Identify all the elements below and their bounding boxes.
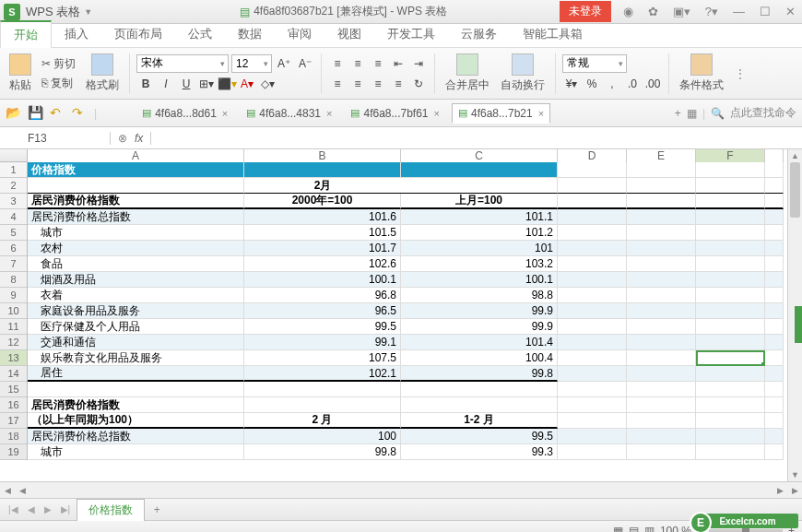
- col-header-b[interactable]: B: [244, 149, 401, 162]
- tab-start[interactable]: 开始: [0, 20, 52, 48]
- file-tab-1[interactable]: ▤4f6a8...4831×: [240, 103, 338, 124]
- border-button[interactable]: ⊞▾: [197, 75, 216, 93]
- indent-dec-icon[interactable]: ⇤: [389, 54, 407, 73]
- add-tab-icon[interactable]: +: [675, 107, 681, 120]
- tab-insert[interactable]: 插入: [52, 21, 101, 47]
- zoom-slider[interactable]: [709, 529, 783, 533]
- close-icon[interactable]: ×: [326, 108, 332, 119]
- paste-button[interactable]: 粘贴: [6, 52, 35, 95]
- settings-icon[interactable]: ✿: [645, 5, 661, 18]
- align-mid-icon[interactable]: ≡: [348, 54, 367, 73]
- orientation-icon[interactable]: ↻: [409, 75, 428, 93]
- percent-icon[interactable]: %: [583, 75, 601, 93]
- col-header-e[interactable]: E: [627, 149, 696, 162]
- format-painter-button[interactable]: 格式刷: [82, 52, 123, 95]
- zoom-level[interactable]: 100 %: [660, 525, 691, 533]
- close-icon[interactable]: ×: [434, 108, 440, 119]
- sheet-nav-next-icon[interactable]: ▶: [41, 504, 54, 514]
- cut-button[interactable]: ✂剪切: [39, 55, 78, 73]
- search-input[interactable]: 点此查找命令: [730, 105, 796, 121]
- tab-dev[interactable]: 开发工具: [374, 21, 448, 47]
- side-panel-handle[interactable]: [795, 306, 802, 343]
- close-icon[interactable]: ×: [222, 108, 228, 119]
- select-all-corner[interactable]: [0, 149, 28, 162]
- col-header-c[interactable]: C: [401, 149, 558, 162]
- cell-reference[interactable]: F13: [0, 132, 111, 145]
- view-page-icon[interactable]: ▤: [629, 525, 639, 533]
- align-bot-icon[interactable]: ≡: [369, 54, 387, 73]
- tab-layout[interactable]: 页面布局: [101, 21, 175, 47]
- login-button[interactable]: 未登录: [560, 1, 611, 22]
- align-center-icon[interactable]: ≡: [348, 75, 367, 93]
- cancel-icon[interactable]: ⊗: [118, 132, 127, 145]
- minimize-icon[interactable]: —: [730, 5, 748, 18]
- tab-smart[interactable]: 智能工具箱: [510, 21, 596, 47]
- fx-icon[interactable]: fx: [135, 132, 143, 145]
- col-header-g[interactable]: [765, 149, 784, 162]
- file-tab-3[interactable]: ▤4f6a8...7b21×: [452, 103, 550, 124]
- tab-formula[interactable]: 公式: [175, 21, 225, 47]
- save-icon[interactable]: 💾: [28, 105, 44, 122]
- redo-icon[interactable]: ↷: [72, 105, 88, 122]
- tab-data[interactable]: 数据: [225, 21, 275, 47]
- more-icon[interactable]: ⋮: [735, 67, 746, 80]
- sheet-nav-first-icon[interactable]: |◀: [6, 504, 21, 514]
- copy-button[interactable]: ⎘复制: [39, 75, 78, 92]
- help-icon[interactable]: ▣▾: [670, 5, 693, 18]
- scroll-down-icon[interactable]: ▼: [788, 468, 802, 481]
- tab-view[interactable]: 视图: [324, 21, 374, 47]
- chevron-down-icon[interactable]: ▼: [84, 7, 92, 17]
- number-format-select[interactable]: 常规: [562, 54, 627, 73]
- italic-button[interactable]: I: [157, 75, 175, 93]
- close-icon[interactable]: ×: [538, 108, 544, 119]
- align-left-icon[interactable]: ≡: [328, 75, 347, 93]
- align-justify-icon[interactable]: ≡: [389, 75, 407, 93]
- question-icon[interactable]: ?▾: [702, 5, 721, 18]
- align-top-icon[interactable]: ≡: [328, 54, 347, 73]
- file-tab-2[interactable]: ▤4f6a8...7bf61×: [344, 103, 446, 124]
- col-header-a[interactable]: A: [28, 149, 244, 162]
- clear-format-button[interactable]: ◇▾: [258, 75, 277, 93]
- scroll-right2-icon[interactable]: ▶: [787, 482, 802, 498]
- sheet-tab-active[interactable]: 价格指数: [77, 499, 145, 521]
- font-size-select[interactable]: 12: [231, 54, 272, 73]
- fill-color-button[interactable]: ⬛▾: [218, 75, 236, 93]
- view-normal-icon[interactable]: ▦: [613, 525, 623, 533]
- scroll-up-icon[interactable]: ▲: [788, 149, 802, 162]
- tab-cloud[interactable]: 云服务: [448, 21, 510, 47]
- tab-review[interactable]: 审阅: [275, 21, 324, 47]
- cells-area[interactable]: 价格指数 2月 居民消费价格指数2000年=100上月=100 居民消费价格总指…: [28, 162, 787, 460]
- folder-open-icon[interactable]: 📂: [6, 105, 22, 122]
- scroll-thumb[interactable]: [790, 162, 800, 218]
- comma-icon[interactable]: ,: [603, 75, 621, 93]
- scroll-right-icon[interactable]: ▶: [773, 482, 787, 498]
- col-header-d[interactable]: D: [558, 149, 627, 162]
- decrease-font-icon[interactable]: A⁻: [296, 54, 314, 73]
- font-family-select[interactable]: 宋体: [136, 54, 229, 73]
- sync-icon[interactable]: ◉: [620, 5, 636, 18]
- currency-icon[interactable]: ¥▾: [562, 75, 581, 93]
- dec-dec-icon[interactable]: .00: [643, 75, 662, 93]
- scroll-left-icon[interactable]: ◀: [0, 482, 15, 498]
- undo-icon[interactable]: ↶: [50, 105, 66, 122]
- file-tab-0[interactable]: ▤4f6a8...8d61×: [136, 103, 234, 124]
- wrap-text-button[interactable]: 自动换行: [497, 52, 548, 95]
- col-header-f[interactable]: F: [696, 149, 765, 162]
- tab-list-icon[interactable]: ▦: [687, 107, 697, 120]
- merge-center-button[interactable]: 合并居中: [442, 52, 493, 95]
- table-title[interactable]: 价格指数: [28, 162, 244, 178]
- indent-inc-icon[interactable]: ⇥: [409, 54, 428, 73]
- close-icon[interactable]: ✕: [783, 5, 798, 18]
- underline-button[interactable]: U: [177, 75, 195, 93]
- increase-font-icon[interactable]: A⁺: [275, 54, 293, 73]
- align-right-icon[interactable]: ≡: [369, 75, 387, 93]
- cond-format-button[interactable]: 条件格式: [676, 52, 727, 95]
- sheet-nav-last-icon[interactable]: ▶|: [58, 504, 74, 514]
- maximize-icon[interactable]: ☐: [757, 5, 773, 18]
- font-color-button[interactable]: A▾: [238, 75, 256, 93]
- bold-button[interactable]: B: [136, 75, 155, 93]
- dec-inc-icon[interactable]: .0: [623, 75, 642, 93]
- add-sheet-button[interactable]: +: [148, 502, 165, 518]
- view-break-icon[interactable]: ▥: [644, 525, 655, 533]
- horizontal-scrollbar[interactable]: ◀ ◀ ▶ ▶: [0, 481, 802, 498]
